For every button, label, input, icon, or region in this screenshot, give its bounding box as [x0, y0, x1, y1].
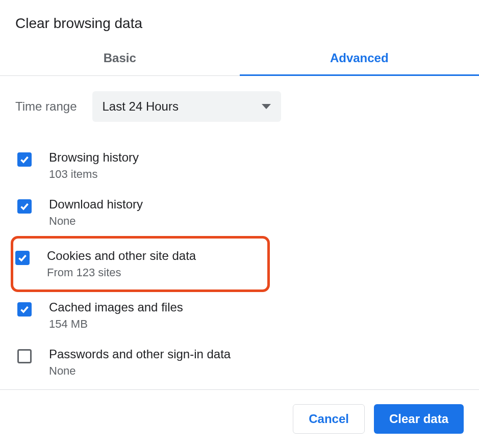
checkmark-icon: [17, 253, 28, 263]
option-title: Cached images and files: [49, 300, 183, 314]
option-subtitle: From 123 sites: [47, 266, 196, 279]
option-autofill: Auto-fill form data: [15, 386, 464, 389]
dialog-content: Time range Last 24 Hours Browsing histor…: [0, 76, 479, 389]
checkbox-cookies[interactable]: [15, 251, 30, 265]
option-title: Download history: [49, 197, 143, 212]
checkbox-passwords[interactable]: [17, 349, 32, 363]
option-title: Cookies and other site data: [47, 249, 196, 263]
tab-advanced[interactable]: Advanced: [240, 42, 480, 75]
option-text: Cached images and files 154 MB: [49, 300, 183, 331]
option-text: Download history None: [49, 197, 143, 228]
option-subtitle: None: [49, 364, 231, 378]
checkbox-browsing-history[interactable]: [17, 152, 32, 167]
option-browsing-history: Browsing history 103 items: [15, 142, 464, 189]
dialog-footer: Cancel Clear data: [0, 389, 479, 448]
option-subtitle: 103 items: [49, 168, 139, 181]
clear-browsing-data-dialog: Clear browsing data Basic Advanced Time …: [0, 0, 479, 448]
option-cookies: Cookies and other site data From 123 sit…: [11, 236, 270, 292]
tab-basic[interactable]: Basic: [0, 42, 240, 75]
tabs: Basic Advanced: [0, 42, 479, 76]
option-title: Browsing history: [49, 150, 139, 165]
time-range-row: Time range Last 24 Hours: [15, 91, 464, 122]
cancel-button[interactable]: Cancel: [293, 404, 365, 434]
checkbox-download-history[interactable]: [17, 199, 32, 214]
checkmark-icon: [19, 201, 30, 212]
option-text: Browsing history 103 items: [49, 150, 139, 181]
option-subtitle: None: [49, 215, 143, 228]
time-range-value: Last 24 Hours: [103, 99, 179, 114]
checkmark-icon: [19, 304, 30, 314]
clear-data-button[interactable]: Clear data: [374, 404, 464, 434]
dialog-title: Clear browsing data: [0, 0, 479, 42]
option-text: Passwords and other sign-in data None: [49, 347, 231, 378]
option-download-history: Download history None: [15, 189, 464, 236]
option-subtitle: 154 MB: [49, 318, 183, 331]
time-range-label: Time range: [15, 99, 77, 114]
option-passwords: Passwords and other sign-in data None: [15, 339, 464, 386]
option-cached: Cached images and files 154 MB: [15, 292, 464, 339]
checkmark-icon: [19, 154, 30, 165]
options-list: Browsing history 103 items Download hist…: [15, 142, 464, 389]
chevron-down-icon: [262, 104, 271, 109]
time-range-select[interactable]: Last 24 Hours: [92, 91, 281, 122]
option-title: Passwords and other sign-in data: [49, 347, 231, 361]
checkbox-cached[interactable]: [17, 302, 32, 317]
option-text: Cookies and other site data From 123 sit…: [47, 249, 196, 279]
